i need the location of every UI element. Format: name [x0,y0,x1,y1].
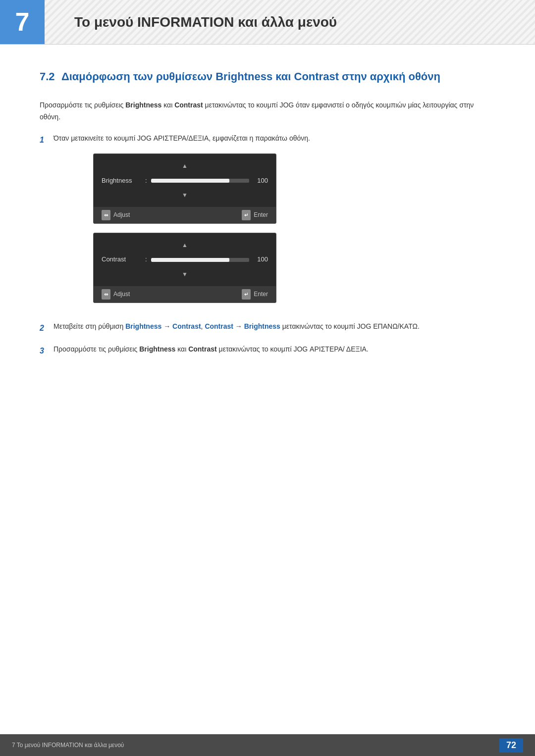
brightness-adjust-label: Adjust [113,210,130,220]
brightness-arrow-down: ▼ [102,189,268,202]
step3-contrast: Contrast [188,345,217,353]
contrast-value: 100 [254,254,268,265]
step2-contrast-1: Contrast [172,322,201,330]
contrast-adjust-label: Adjust [113,289,130,299]
intro-brightness: Brightness [125,101,161,109]
page-content: 7.2 Διαμόρφωση των ρυθμίσεων Brightness … [0,45,535,406]
list-content-1: Όταν μετακινείτε το κουμπί JOG ΑΡΙΣΤΕΡΑ/… [54,133,495,312]
footer-text: 7 Το μενού INFORMATION και άλλα μενού [12,742,124,749]
brightness-label: Brightness [102,175,141,186]
list-item-1: 1 Όταν μετακινείτε το κουμπί JOG ΑΡΙΣΤΕΡ… [40,133,495,312]
section-title: Διαμόρφωση των ρυθμίσεων Brightness και … [61,70,440,83]
list-number-1: 1 [40,133,54,147]
contrast-arrow-up: ▲ [102,238,268,251]
list-number-2: 2 [40,321,54,335]
chapter-title: Το μενού INFORMATION και άλλα μενού [59,14,337,30]
step3-brightness: Brightness [139,345,175,353]
brightness-value: 100 [254,175,268,186]
list-text-3: Προσαρμόστε τις ρυθμίσεις Brightness και… [54,345,369,353]
brightness-bar-fill [151,179,230,183]
contrast-adjust-icon: ⇔ [102,289,110,300]
footer-page-number: 72 [499,738,523,753]
intro-paragraph: Προσαρμόστε τις ρυθμίσεις Brightness και… [40,100,495,123]
section-heading: 7.2 Διαμόρφωση των ρυθμίσεων Brightness … [40,69,495,85]
contrast-label: Contrast [102,254,141,265]
list-item-2: 2 Μεταβείτε στη ρύθμιση Brightness → Con… [40,321,495,335]
list-content-2: Μεταβείτε στη ρύθμιση Brightness → Contr… [54,321,495,333]
brightness-enter-btn: ↵ Enter [242,210,268,220]
chapter-header: 7 Το μενού INFORMATION και άλλα μενού [0,0,535,45]
contrast-bar-fill [151,258,230,262]
brightness-bar-container [151,179,249,183]
brightness-arrow-up: ▲ [102,159,268,172]
intro-contrast: Contrast [174,101,203,109]
brightness-enter-icon: ↵ [242,210,251,220]
section-number: 7.2 [40,70,55,83]
chapter-number-box: 7 [0,0,45,44]
brightness-enter-label: Enter [254,210,268,220]
monitor-ui-container: ▲ Brightness : 100 ▼ [93,153,495,303]
list-item-3: 3 Προσαρμόστε τις ρυθμίσεις Brightness κ… [40,344,495,357]
contrast-adjust-btn: ⇔ Adjust [102,289,130,300]
brightness-adjust-btn: ⇔ Adjust [102,210,130,220]
brightness-adjust-icon: ⇔ [102,210,110,220]
page-footer: 7 Το μενού INFORMATION και άλλα μενού 72 [0,734,535,756]
numbered-list: 1 Όταν μετακινείτε το κουμπί JOG ΑΡΙΣΤΕΡ… [40,133,495,357]
contrast-enter-icon: ↵ [242,289,251,300]
contrast-bar-container [151,258,249,262]
brightness-panel: ▲ Brightness : 100 ▼ [93,153,276,224]
list-text-2: Μεταβείτε στη ρύθμιση Brightness → Contr… [54,322,420,330]
step2-brightness: Brightness [125,322,161,330]
brightness-row: Brightness : 100 [102,172,268,189]
contrast-panel: ▲ Contrast : 100 ▼ [93,233,276,303]
step2-contrast-2: Contrast [205,322,233,330]
list-content-3: Προσαρμόστε τις ρυθμίσεις Brightness και… [54,344,495,355]
step2-brightness-2: Brightness [244,322,280,330]
brightness-panel-footer: ⇔ Adjust ↵ Enter [94,207,276,223]
contrast-row: Contrast : 100 [102,251,268,268]
contrast-arrow-down: ▼ [102,268,268,281]
list-text-1: Όταν μετακινείτε το κουμπί JOG ΑΡΙΣΤΕΡΑ/… [54,134,310,142]
contrast-enter-label: Enter [254,289,268,299]
contrast-panel-footer: ⇔ Adjust ↵ Enter [94,286,276,302]
list-number-3: 3 [40,344,54,357]
contrast-enter-btn: ↵ Enter [242,289,268,300]
chapter-number: 7 [15,7,30,37]
